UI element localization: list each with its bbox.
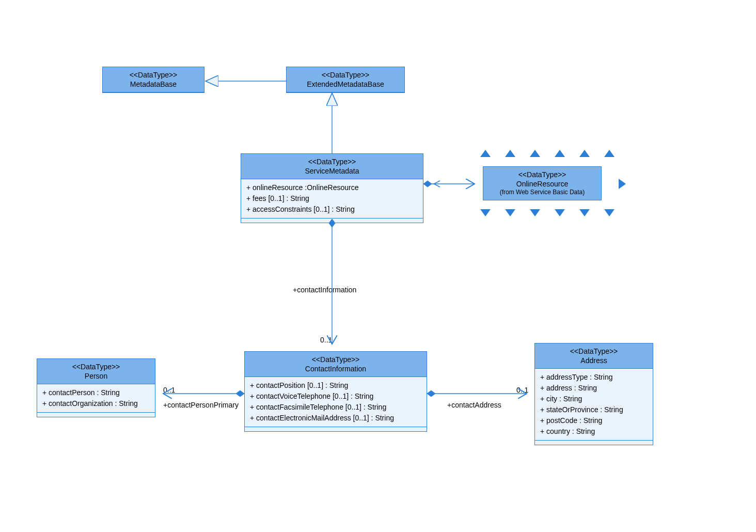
class-operations-compartment (37, 413, 155, 417)
attribute: + addressType : String (540, 372, 648, 383)
attribute: + contactElectronicMailAddress [0..1] : … (250, 413, 421, 424)
attribute: + address : String (540, 383, 648, 394)
triangle-down-icon (530, 209, 540, 216)
class-name: ContactInformation (249, 364, 422, 373)
association-role: +contactAddress (447, 401, 501, 409)
class-operations-compartment (241, 218, 423, 223)
class-header: <<DataType>> Person (37, 359, 155, 384)
class-name: Person (41, 371, 151, 381)
class-header: <<DataType>> ServiceMetadata (241, 154, 423, 179)
class-attributes-compartment: + onlineResource :OnlineResource + fees … (241, 179, 423, 218)
triangle-up-icon (530, 150, 540, 157)
class-header: <<DataType>> MetadataBase (103, 67, 204, 92)
class-online-resource[interactable]: <<DataType>> OnlineResource (from Web Se… (483, 166, 602, 200)
class-metadata-base[interactable]: <<DataType>> MetadataBase (102, 67, 204, 93)
open-arrow-icon (434, 181, 440, 187)
triangle-down-icon (579, 209, 590, 216)
stereotype: <<DataType>> (291, 70, 400, 80)
class-name: Address (539, 356, 649, 365)
class-attributes-compartment: + contactPosition [0..1] : String + cont… (245, 377, 427, 427)
stereotype: <<DataType>> (539, 347, 649, 356)
diamond-icon (427, 390, 435, 397)
attribute: + contactFacsimileTelephone [0..1] : Str… (250, 402, 421, 413)
triangle-up-icon (480, 150, 491, 157)
class-header: <<DataType>> Address (535, 343, 653, 369)
class-person[interactable]: <<DataType>> Person + contactPerson : St… (37, 358, 155, 417)
class-from-package: (from Web Service Basic Data) (487, 189, 597, 197)
attribute: + contactPerson : String (42, 387, 150, 398)
attribute: + onlineResource :OnlineResource (246, 182, 418, 193)
class-service-metadata[interactable]: <<DataType>> ServiceMetadata + onlineRes… (241, 153, 423, 223)
class-name: ExtendedMetadataBase (291, 80, 400, 89)
class-extended-metadata-base[interactable]: <<DataType>> ExtendedMetadataBase (286, 67, 405, 93)
class-name: ServiceMetadata (245, 166, 419, 176)
attribute: + contactVoiceTelephone [0..1] : String (250, 391, 421, 402)
triangle-down-icon (555, 209, 565, 216)
attribute: + accessConstraints [0..1] : String (246, 204, 418, 215)
stereotype: <<DataType>> (487, 170, 597, 179)
diamond-icon (423, 181, 432, 187)
decorative-triangles-bottom (480, 209, 615, 216)
diamond-icon (236, 390, 244, 397)
class-operations-compartment (245, 427, 427, 431)
association-multiplicity: 0..1 (320, 336, 332, 344)
association-role: +contactInformation (293, 286, 356, 294)
decorative-triangle-right (619, 179, 626, 189)
attribute: + fees [0..1] : String (246, 193, 418, 204)
stereotype: <<DataType>> (249, 355, 422, 364)
decorative-triangles-top (480, 150, 615, 157)
association-role: +contactPersonPrimary (163, 401, 239, 409)
stereotype: <<DataType>> (41, 362, 151, 371)
association-multiplicity: 0..1 (163, 386, 175, 394)
class-attributes-compartment: + contactPerson : String + contactOrgani… (37, 384, 155, 413)
attribute: + stateOrProvince : String (540, 404, 648, 415)
class-name: MetadataBase (107, 80, 200, 89)
triangle-up-icon (555, 150, 565, 157)
association-multiplicity: 0..1 (516, 386, 528, 394)
stereotype: <<DataType>> (245, 157, 419, 166)
class-header: <<DataType>> ContactInformation (245, 352, 427, 377)
class-header: <<DataType>> OnlineResource (from Web Se… (483, 167, 601, 200)
class-header: <<DataType>> ExtendedMetadataBase (287, 67, 404, 92)
triangle-down-icon (480, 209, 491, 216)
class-contact-information[interactable]: <<DataType>> ContactInformation + contac… (244, 351, 427, 432)
triangle-right-icon (619, 179, 626, 189)
class-attributes-compartment: + addressType : String + address : Strin… (535, 369, 653, 441)
class-address[interactable]: <<DataType>> Address + addressType : Str… (534, 343, 653, 445)
triangle-down-icon (505, 209, 515, 216)
triangle-up-icon (505, 150, 515, 157)
attribute: + postCode : String (540, 415, 648, 426)
stereotype: <<DataType>> (107, 70, 200, 80)
class-operations-compartment (535, 441, 653, 445)
triangle-up-icon (604, 150, 615, 157)
attribute: + city : String (540, 394, 648, 404)
attribute: + contactPosition [0..1] : String (250, 380, 421, 391)
class-name: OnlineResource (487, 179, 597, 189)
triangle-down-icon (604, 209, 615, 216)
attribute: + contactOrganization : String (42, 398, 150, 409)
triangle-up-icon (579, 150, 590, 157)
attribute: + country : String (540, 426, 648, 437)
